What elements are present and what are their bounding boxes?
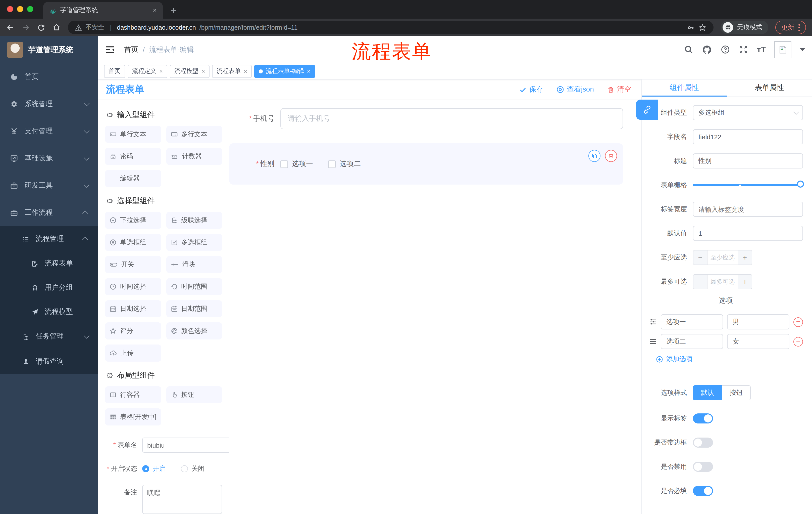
gender-option1-checkbox[interactable]: 选项一	[280, 159, 313, 168]
close-icon[interactable]: ×	[202, 68, 205, 74]
max-select-stepper[interactable]: − 最多可选 +	[693, 274, 752, 289]
selected-gender-component[interactable]: *性别 选项一 选项二	[229, 143, 623, 185]
sidebar-item-infra[interactable]: 基础设施	[0, 145, 98, 172]
sidebar-item-task-manage[interactable]: 任务管理	[0, 324, 98, 349]
avatar-caret-icon[interactable]	[800, 48, 805, 51]
component-time-range[interactable]: 时间范围	[166, 278, 222, 295]
collapse-sidebar-icon[interactable]	[105, 45, 115, 55]
tag-process-model[interactable]: 流程模型×	[170, 64, 209, 78]
component-switch[interactable]: 开关	[105, 256, 161, 273]
sidebar-item-workflow[interactable]: 工作流程	[0, 199, 98, 226]
show-label-toggle[interactable]	[693, 413, 713, 424]
forward-icon[interactable]	[22, 23, 30, 32]
option-value-input[interactable]	[727, 314, 789, 329]
close-icon[interactable]: ×	[307, 68, 311, 74]
breadcrumb-home[interactable]: 首页	[124, 45, 138, 54]
tag-process-form-edit[interactable]: 流程表单-编辑×	[254, 64, 315, 78]
option-label-input[interactable]	[661, 314, 723, 329]
component-date-range[interactable]: 日期范围	[166, 300, 222, 317]
close-icon[interactable]: ×	[244, 68, 247, 74]
back-icon[interactable]	[6, 23, 14, 32]
tab-close-icon[interactable]: ×	[153, 6, 157, 14]
status-on-radio[interactable]: 开启	[142, 464, 166, 473]
component-checkbox-group[interactable]: 多选框组	[166, 234, 222, 251]
delete-component-button[interactable]	[605, 150, 617, 162]
clear-button[interactable]: 清空	[607, 85, 631, 94]
status-off-radio[interactable]: 关闭	[181, 464, 204, 473]
copy-component-button[interactable]	[588, 150, 601, 162]
sidebar-item-devtools[interactable]: 研发工具	[0, 172, 98, 199]
required-toggle[interactable]	[693, 486, 713, 496]
remove-option-button[interactable]: −	[793, 317, 803, 327]
component-rate[interactable]: 评分	[105, 322, 161, 340]
bookmark-star-icon[interactable]	[698, 23, 706, 31]
browser-tab[interactable]: 芋道管理系统 ×	[43, 2, 163, 19]
font-size-icon[interactable]: ᴛT	[757, 46, 766, 54]
new-tab-button[interactable]: +	[171, 5, 176, 15]
password-key-icon[interactable]	[687, 23, 695, 31]
component-radio-group[interactable]: 单选框组	[105, 234, 161, 251]
remove-option-button[interactable]: −	[793, 337, 803, 346]
component-single-text[interactable]: 单行文本	[105, 126, 161, 143]
decrement-button[interactable]: −	[693, 250, 707, 265]
decrement-button[interactable]: −	[693, 275, 707, 289]
chrome-update-button[interactable]: 更新	[775, 21, 806, 34]
close-window-button[interactable]	[7, 6, 13, 12]
component-date-picker[interactable]: 日期选择	[105, 300, 161, 317]
border-toggle[interactable]	[693, 437, 713, 448]
browser-menu-icon[interactable]	[799, 24, 800, 31]
form-remark-textarea[interactable]: 嘿嘿	[142, 485, 222, 514]
component-counter[interactable]: 123 计数器	[166, 148, 222, 165]
phone-field-row[interactable]: *手机号 请输入手机号	[229, 108, 623, 129]
avatar[interactable]	[774, 41, 791, 58]
tab-form-props[interactable]: 表单属性	[727, 79, 812, 97]
fullscreen-icon[interactable]	[739, 45, 749, 54]
increment-button[interactable]: +	[737, 250, 752, 265]
tag-process-form[interactable]: 流程表单×	[212, 64, 252, 78]
component-slider[interactable]: 滑块	[166, 256, 222, 273]
gender-option2-checkbox[interactable]: 选项二	[328, 159, 361, 168]
tag-process-definition[interactable]: 流程定义×	[127, 64, 167, 78]
option-label-input[interactable]	[661, 334, 723, 349]
sidebar-item-process-manage[interactable]: 流程管理	[0, 226, 98, 251]
disabled-toggle[interactable]	[693, 462, 713, 472]
sidebar-item-process-form[interactable]: 流程表单	[0, 251, 98, 276]
component-button[interactable]: 按钮	[166, 386, 222, 403]
component-textarea[interactable]: 多行文本	[166, 126, 222, 143]
field-name-input[interactable]	[693, 129, 803, 144]
form-grid-slider[interactable]	[693, 178, 803, 193]
component-time-picker[interactable]: 时间选择	[105, 278, 161, 295]
maximize-window-button[interactable]	[27, 6, 33, 12]
close-icon[interactable]: ×	[159, 68, 163, 74]
github-icon[interactable]	[702, 45, 712, 55]
phone-input[interactable]: 请输入手机号	[280, 108, 623, 129]
option-value-input[interactable]	[727, 334, 789, 349]
form-name-input[interactable]	[142, 437, 229, 453]
component-upload[interactable]: 上传	[105, 345, 161, 361]
drag-handle-icon[interactable]	[649, 337, 657, 346]
component-editor[interactable]: 编辑器	[105, 170, 161, 187]
slider-handle[interactable]	[797, 181, 804, 188]
minimize-window-button[interactable]	[17, 6, 23, 12]
sidebar-item-pay[interactable]: 支付管理	[0, 118, 98, 145]
help-icon[interactable]	[721, 45, 730, 54]
component-select[interactable]: 下拉选择	[105, 212, 161, 229]
tab-component-props[interactable]: 组件属性	[642, 79, 727, 97]
component-password[interactable]: 密码	[105, 148, 161, 165]
drag-handle-icon[interactable]	[649, 318, 657, 326]
default-value-input[interactable]	[693, 226, 803, 241]
min-select-stepper[interactable]: − 至少应选 +	[693, 250, 752, 265]
component-cascader[interactable]: 级联选择	[166, 212, 222, 229]
add-option-button[interactable]: 添加选项	[656, 355, 803, 363]
save-button[interactable]: 保存	[519, 85, 544, 94]
style-default-button[interactable]: 默认	[693, 385, 722, 400]
sidebar-item-process-model[interactable]: 流程模型	[0, 300, 98, 324]
style-button-button[interactable]: 按钮	[722, 385, 751, 400]
sidebar-item-home[interactable]: 首页	[0, 63, 98, 90]
address-bar[interactable]: 不安全 | dashboard.yudao.iocoder.cn/bpm/man…	[68, 21, 714, 34]
component-type-select[interactable]: 多选框组	[693, 105, 803, 120]
title-input[interactable]	[693, 154, 803, 168]
component-color-picker[interactable]: 颜色选择	[166, 322, 222, 340]
view-json-button[interactable]: 查看json	[556, 85, 594, 94]
component-table[interactable]: 表格[开发中]	[105, 408, 161, 426]
